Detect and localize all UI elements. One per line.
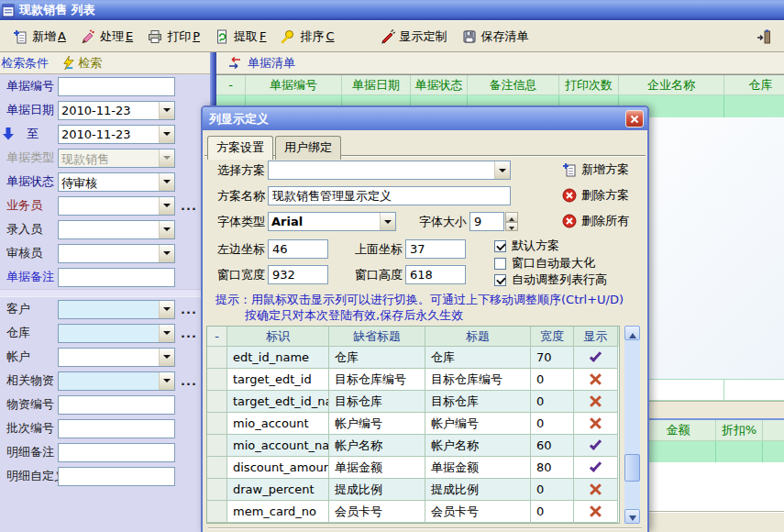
font-type-combo[interactable]: Arial	[268, 212, 396, 231]
table-row[interactable]: edt_id_name仓库仓库70	[207, 347, 619, 369]
select-scheme-combo[interactable]	[268, 161, 511, 180]
toolbar-print-button[interactable]: 打印P	[140, 26, 207, 48]
detail-column-header-0[interactable]: 金额	[641, 420, 716, 440]
left-coord-input[interactable]	[268, 239, 328, 259]
toolbar-display-custom-button[interactable]: 显示定制	[373, 26, 455, 48]
chevron-down-icon[interactable]	[159, 221, 174, 238]
doc-no-input[interactable]	[58, 77, 175, 96]
chevron-down-icon[interactable]	[380, 213, 395, 230]
table-row[interactable]: target_edt_id目标仓库编号目标仓库编号0	[207, 369, 619, 391]
chevron-down-icon[interactable]	[159, 349, 174, 366]
sort-icon	[281, 29, 295, 44]
column-header-3[interactable]: 单据状态	[411, 75, 468, 94]
doc-date-combo[interactable]: 2010-11-23	[58, 101, 175, 120]
column-header-7[interactable]: 仓库	[724, 75, 784, 94]
more-button[interactable]: ...	[181, 199, 197, 213]
field-label-entry-clerk: 录入员	[6, 221, 58, 238]
doc-memo-input[interactable]	[58, 268, 175, 287]
toolbar-new-button[interactable]: 新增A	[6, 26, 73, 48]
table-column-header-4[interactable]: 宽度	[531, 327, 574, 347]
chevron-down-icon[interactable]	[159, 126, 174, 143]
scrollbar-thumb[interactable]	[624, 454, 640, 482]
chevron-down-icon[interactable]	[159, 102, 174, 119]
detail-column-header-2[interactable]: 折	[763, 420, 784, 440]
chevron-down-icon[interactable]	[159, 173, 174, 191]
close-icon[interactable]	[625, 110, 644, 127]
scroll-down-icon[interactable]	[624, 509, 640, 524]
column-header-0[interactable]: -	[216, 75, 246, 94]
chevron-down-icon[interactable]	[159, 301, 174, 318]
salesman-combo[interactable]	[58, 196, 175, 216]
chevron-down-icon[interactable]	[159, 150, 174, 167]
column-header-2[interactable]: 单据日期	[342, 75, 411, 94]
add-scheme-button[interactable]: 新增方案	[562, 161, 629, 178]
checkbox-box[interactable]	[494, 240, 506, 252]
batch-no-input[interactable]	[58, 419, 175, 438]
toolbar-sort-button[interactable]: 排序C	[273, 26, 341, 48]
delete-scheme-button[interactable]: 删除方案	[562, 187, 629, 204]
chevron-down-icon[interactable]	[159, 325, 174, 342]
tab-scheme-settings[interactable]: 方案设置	[207, 136, 273, 160]
more-button[interactable]: ...	[181, 327, 197, 340]
table-column-header-2[interactable]: 缺省标题	[329, 327, 425, 347]
font-size-stepper[interactable]	[469, 212, 518, 231]
detail-column-header-1[interactable]: 折扣%	[716, 420, 763, 440]
auditor-combo[interactable]	[58, 244, 175, 263]
checkbox-box[interactable]	[494, 274, 506, 286]
warehouse-combo[interactable]	[58, 324, 175, 343]
account-combo[interactable]	[58, 348, 175, 367]
chevron-down-icon[interactable]	[159, 372, 174, 390]
tab-user-binding[interactable]: 用户绑定	[275, 136, 341, 160]
detail-memo-input[interactable]	[58, 443, 175, 462]
search-button[interactable]: 检索	[61, 55, 102, 72]
table-column-header-1[interactable]: 标识	[227, 327, 329, 347]
window-height-input[interactable]	[405, 265, 466, 284]
toolbar-process-button[interactable]: 处理E	[73, 26, 140, 48]
chevron-down-icon[interactable]	[494, 161, 510, 179]
table-column-header-3[interactable]: 标题	[425, 327, 531, 347]
window-width-input[interactable]	[268, 265, 328, 284]
table-row[interactable]: discount_amount单据金额单据金额80	[207, 457, 619, 479]
table-column-header-0[interactable]: -	[207, 327, 227, 347]
more-button[interactable]: ...	[181, 303, 197, 316]
customer-combo[interactable]	[58, 300, 175, 319]
checkbox-box[interactable]	[494, 258, 506, 270]
field-row-entry-clerk: 录入员	[0, 217, 210, 241]
doc-type-combo[interactable]: 现款销售	[58, 149, 175, 168]
spinner-down-icon[interactable]	[505, 222, 518, 232]
top-coord-input[interactable]	[405, 239, 466, 259]
toolbar-mnemonic: F	[259, 29, 266, 43]
checkbox-default-scheme[interactable]: 默认方案	[494, 238, 559, 254]
scroll-up-icon[interactable]	[624, 326, 640, 340]
table-row[interactable]: mio_account帐户编号帐户编号0	[207, 413, 619, 435]
table-column-header-5[interactable]: 显示	[574, 327, 618, 347]
checkbox-auto-row-height[interactable]: 自动调整列表行高	[494, 272, 607, 288]
delete-all-button[interactable]: 删除所有	[562, 213, 629, 229]
table-scrollbar[interactable]	[624, 326, 640, 524]
column-header-6[interactable]: 企业名称	[619, 75, 724, 94]
column-header-5[interactable]: 打印次数	[559, 75, 619, 94]
table-row[interactable]: target_edt_id_nam目标仓库目标仓库0	[207, 391, 619, 413]
exit-icon	[756, 29, 771, 44]
column-header-4[interactable]: 备注信息	[468, 75, 559, 94]
toolbar-save-button[interactable]: 保存清单	[455, 26, 536, 48]
detail-custom-input[interactable]	[58, 467, 175, 486]
toolbar-exit-button[interactable]	[749, 27, 778, 47]
doc-status-combo[interactable]: 待审核	[58, 172, 175, 192]
spinner-up-icon[interactable]	[505, 212, 518, 222]
chevron-down-icon[interactable]	[159, 197, 174, 215]
table-row[interactable]: draw_percent提成比例提成比例0	[207, 479, 619, 501]
font-size-input[interactable]	[469, 212, 504, 231]
table-row[interactable]: mio_account_nam帐户名称帐户名称60	[207, 435, 619, 457]
goods-no-input[interactable]	[58, 395, 175, 415]
toolbar-extract-button[interactable]: 提取F	[207, 26, 273, 48]
entry-clerk-combo[interactable]	[58, 220, 175, 239]
scheme-name-input[interactable]	[268, 186, 511, 205]
more-button[interactable]: ...	[181, 374, 197, 388]
column-header-1[interactable]: 单据编号	[246, 75, 342, 94]
date-to-combo[interactable]: 2010-11-23	[58, 125, 175, 144]
checkbox-auto-maximize[interactable]: 窗口自动最大化	[494, 255, 595, 272]
related-goods-combo[interactable]	[58, 371, 175, 391]
chevron-down-icon[interactable]	[159, 245, 174, 262]
table-row[interactable]: mem_card_no会员卡号会员卡号0	[207, 501, 619, 523]
